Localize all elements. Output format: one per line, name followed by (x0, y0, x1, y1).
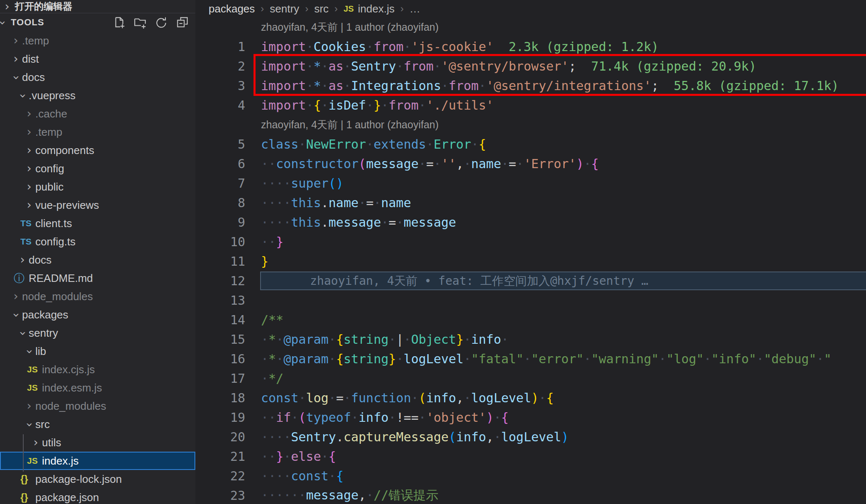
tree-item-package-lock.json[interactable]: {}package-lock.json (0, 470, 195, 488)
line-number[interactable]: 13 (195, 293, 261, 308)
tree-item-node_modules[interactable]: ›node_modules (0, 397, 195, 415)
code-line-8[interactable]: 8····this.name·=·name (195, 193, 866, 213)
line-content[interactable]: ······message,·//错误提示 (261, 487, 866, 504)
codelens-annotation[interactable]: zhaoyifan, 4天前 | 1 author (zhaoyifan) (195, 115, 866, 135)
code-line-23[interactable]: 23······message,·//错误提示 (195, 486, 866, 504)
line-content[interactable]: ··if·(typeof·info·!==·'object')·{ (261, 410, 866, 425)
tree-item-vue-previews[interactable]: ›vue-previews (0, 196, 195, 214)
code-line-5[interactable]: 5class·NewError·extends·Error·{ (195, 135, 866, 154)
line-content[interactable]: ····super() (261, 176, 866, 191)
open-editors-header[interactable]: › 打开的编辑器 (0, 0, 195, 13)
new-file-icon[interactable] (112, 15, 126, 29)
line-number[interactable]: 7 (195, 176, 261, 191)
tree-item-node_modules[interactable]: ›node_modules (0, 287, 195, 306)
line-number[interactable]: 14 (195, 313, 261, 327)
line-content[interactable]: import·{·isDef·}·from·'./utils' (261, 98, 866, 113)
code-line-18[interactable]: 18const·log·=·function·(info,·logLevel)·… (195, 388, 866, 408)
line-content[interactable]: import·*·as·Integrations·from·'@sentry/i… (261, 78, 866, 93)
code-line-6[interactable]: 6··constructor(message·=·'',·name·=·'Err… (195, 154, 866, 174)
line-number[interactable]: 4 (195, 98, 261, 113)
explorer-section-header[interactable]: › TOOLS (0, 13, 195, 32)
line-number[interactable]: 23 (195, 488, 261, 503)
code-line-2[interactable]: 2import·*·as·Sentry·from·'@sentry/browse… (195, 56, 866, 76)
code-line-14[interactable]: 14/** (195, 310, 866, 330)
tree-item-public[interactable]: ›public (0, 178, 195, 196)
line-content[interactable]: class·NewError·extends·Error·{ (261, 137, 866, 152)
refresh-icon[interactable] (154, 15, 168, 29)
line-content[interactable]: ·*·@param·{string}·logLevel·"fatal"·"err… (261, 352, 866, 366)
line-number[interactable]: 18 (195, 391, 261, 405)
tree-item-.vuepress[interactable]: ›.vuepress (0, 86, 195, 105)
tree-item-utils[interactable]: ›utils (0, 433, 195, 452)
tree-item-.temp[interactable]: ›.temp (0, 123, 195, 141)
code-line-20[interactable]: 20····Sentry.captureMessage(info,·logLev… (195, 427, 866, 447)
line-content[interactable]: ····const·{ (261, 469, 866, 483)
code-line-1[interactable]: 1import·Cookies·from·'js-cookie'2.3k (gz… (195, 37, 866, 56)
line-content[interactable]: const·log·=·function·(info,·logLevel)·{ (261, 391, 866, 405)
breadcrumb-item-sentry[interactable]: sentry (270, 2, 299, 15)
collapse-all-icon[interactable] (175, 15, 189, 29)
line-content[interactable]: ··} (261, 235, 866, 249)
code-line-16[interactable]: 16·*·@param·{string}·logLevel·"fatal"·"e… (195, 349, 866, 369)
line-number[interactable]: 5 (195, 137, 261, 152)
tree-item-README.md[interactable]: ⓘREADME.md (0, 269, 195, 287)
code-line-19[interactable]: 19··if·(typeof·info·!==·'object')·{ (195, 408, 866, 427)
line-content[interactable]: ·*·@param·{string·|·Object}·info· (261, 332, 866, 347)
tree-item-index.js[interactable]: JSindex.js (0, 452, 195, 470)
line-content[interactable]: ····Sentry.captureMessage(info,·logLevel… (261, 430, 866, 444)
line-number[interactable]: 2 (195, 59, 261, 73)
code-line-17[interactable]: 17·*/ (195, 369, 866, 388)
code-line-11[interactable]: 11} (195, 252, 866, 271)
tree-item-package.json[interactable]: {}package.json (0, 488, 195, 504)
breadcrumb-item-index.js[interactable]: index.js (358, 2, 394, 15)
line-number[interactable]: 10 (195, 235, 261, 249)
tree-item-src[interactable]: ›src (0, 415, 195, 433)
code-line-3[interactable]: 3import·*·as·Integrations·from·'@sentry/… (195, 76, 866, 95)
line-number[interactable]: 16 (195, 352, 261, 366)
codelens-annotation[interactable]: zhaoyifan, 4天前 | 1 author (zhaoyifan) (195, 17, 866, 37)
line-number[interactable]: 22 (195, 469, 261, 483)
tree-item-docs[interactable]: ›docs (0, 251, 195, 269)
line-content[interactable]: ····this.name·=·name (261, 196, 866, 210)
line-number[interactable]: 15 (195, 332, 261, 347)
tree-item-config.ts[interactable]: TSconfig.ts (0, 232, 195, 251)
line-number[interactable]: 17 (195, 371, 261, 386)
line-number[interactable]: 11 (195, 254, 261, 269)
tree-item-lib[interactable]: ›lib (0, 342, 195, 360)
code-line-4[interactable]: 4import·{·isDef·}·from·'./utils' (195, 95, 866, 115)
tree-item-components[interactable]: ›components (0, 141, 195, 159)
code-line-15[interactable]: 15·*·@param·{string·|·Object}·info· (195, 330, 866, 349)
line-content[interactable]: ·*/ (261, 371, 866, 386)
tree-item-config[interactable]: ›config (0, 159, 195, 178)
line-content[interactable]: ··constructor(message·=·'',·name·=·'Erro… (261, 157, 866, 171)
tree-item-sentry[interactable]: ›sentry (0, 324, 195, 342)
line-content[interactable]: } (261, 254, 866, 269)
line-content[interactable]: ····this.message·=·message (261, 215, 866, 230)
tree-item-docs[interactable]: ›docs (0, 68, 195, 86)
tree-item-.temp[interactable]: ›.temp (0, 32, 195, 50)
line-content[interactable]: import·Cookies·from·'js-cookie'2.3k (gzi… (261, 39, 866, 54)
line-number[interactable]: 6 (195, 157, 261, 171)
tree-item-dist[interactable]: ›dist (0, 50, 195, 68)
line-number[interactable]: 8 (195, 196, 261, 210)
line-content[interactable]: ··}·else·{ (261, 449, 866, 464)
code-line-7[interactable]: 7····super() (195, 174, 866, 193)
line-content[interactable]: import·*·as·Sentry·from·'@sentry/browser… (261, 59, 866, 73)
line-content[interactable]: /** (261, 313, 866, 327)
tree-item-packages[interactable]: ›packages (0, 306, 195, 324)
line-number[interactable]: 9 (195, 215, 261, 230)
codelens-text[interactable]: zhaoyifan, 4天前 | 1 author (zhaoyifan) (195, 20, 439, 34)
code-line-12-current[interactable]: 12zhaoyifan, 4天前 • feat: 工作空间加入@hxjf/sen… (195, 271, 866, 291)
code-line-9[interactable]: 9····this.message·=·message (195, 213, 866, 232)
line-number[interactable]: 1 (195, 39, 261, 54)
line-number[interactable]: 3 (195, 78, 261, 93)
tree-item-.cache[interactable]: ›.cache (0, 105, 195, 123)
line-number[interactable]: 20 (195, 430, 261, 444)
line-number[interactable]: 12 (195, 274, 261, 288)
line-number[interactable]: 19 (195, 410, 261, 425)
code-line-21[interactable]: 21··}·else·{ (195, 447, 866, 466)
breadcrumb-item-src[interactable]: src (314, 2, 329, 15)
breadcrumb-item-…[interactable]: … (409, 2, 420, 15)
code-line-13[interactable]: 13 (195, 291, 866, 310)
line-number[interactable]: 21 (195, 449, 261, 464)
